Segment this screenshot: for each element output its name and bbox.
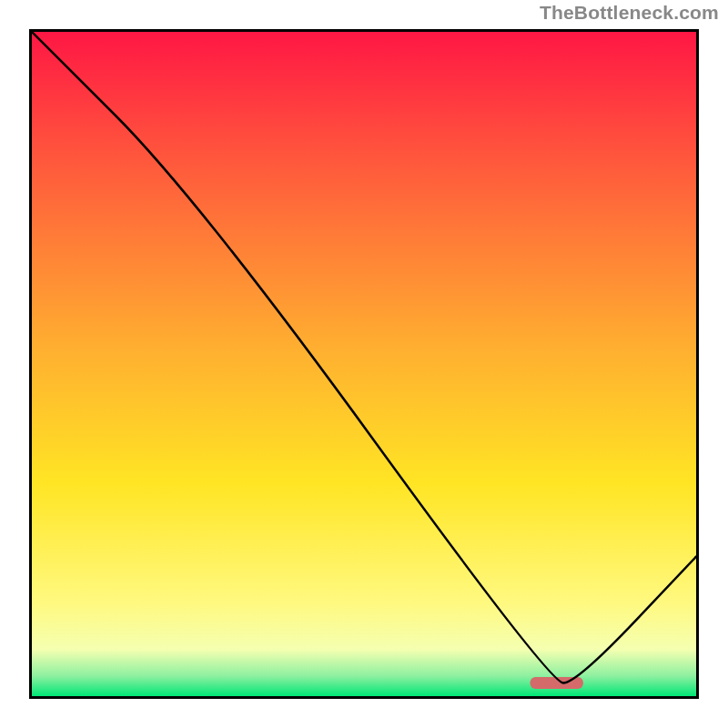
plot-area: [29, 29, 699, 699]
chart-svg: [32, 32, 696, 696]
watermark-text: TheBottleneck.com: [540, 2, 719, 24]
chart-container: TheBottleneck.com: [0, 0, 728, 728]
